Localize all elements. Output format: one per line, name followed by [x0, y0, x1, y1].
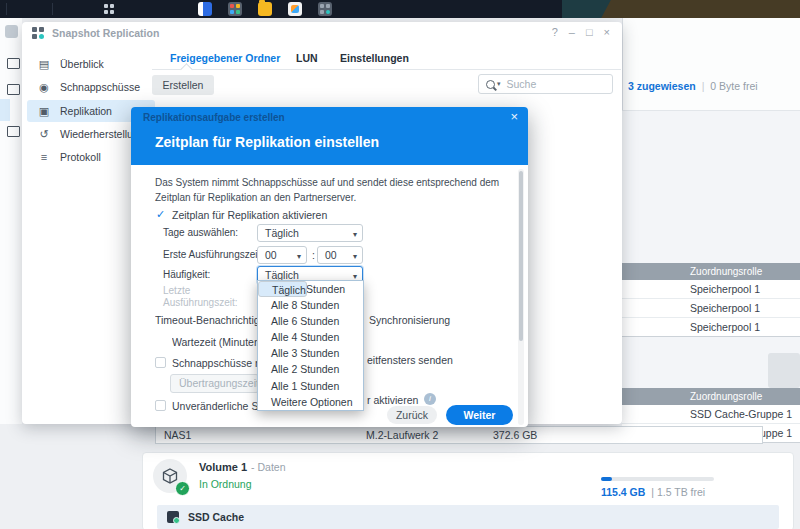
first-run-time-label: Erste Ausführungszeit:: [163, 249, 263, 260]
frequency-dropdown-menu: Täglich Alle 12 Stunden Alle 8 Stunden A…: [257, 280, 364, 411]
table-header-assignment-role: Zuordnungsrolle: [622, 388, 800, 405]
menu-item-every-1h[interactable]: Alle 1 Stunden: [258, 378, 363, 394]
tab-lun[interactable]: LUN: [296, 52, 318, 64]
close-icon[interactable]: ×: [510, 110, 518, 123]
taskbar-separator: [52, 3, 53, 15]
background-content-panel: [622, 18, 800, 110]
back-button[interactable]: Zurück: [387, 406, 437, 424]
taskbar: [0, 0, 800, 18]
volume-usage-bar: [601, 477, 714, 481]
menu-item-more-options[interactable]: Weitere Optionen: [258, 394, 363, 410]
device-name: NAS1: [164, 429, 191, 441]
menu-item-every-8h[interactable]: Alle 8 Stunden: [258, 297, 363, 313]
active-tab-notch: [180, 63, 193, 76]
menu-item-daily[interactable]: Täglich: [258, 281, 307, 297]
info-icon[interactable]: i: [424, 393, 436, 405]
divider: |: [702, 80, 705, 92]
search-placeholder: Suche: [507, 78, 537, 90]
search-input[interactable]: ▾ Suche: [478, 74, 613, 94]
free-bytes: 0 Byte frei: [710, 80, 757, 92]
background-sidebar-icon: [7, 58, 20, 69]
device-drive: M.2-Laufwerk 2: [366, 429, 438, 441]
table-row: Speicherpool 1: [622, 299, 800, 318]
minimize-button[interactable]: –: [569, 26, 575, 38]
volume-status: In Ordnung: [199, 478, 252, 490]
device-size: 372.6 GB: [493, 429, 537, 441]
list-icon: ≡: [37, 151, 51, 163]
volume-usage-fill: [601, 477, 612, 481]
ssd-cache-icon: [167, 511, 179, 523]
search-icon: [486, 80, 495, 89]
dialog-step-title: Zeitplan für Replikation einstellen: [155, 134, 379, 150]
immutable-label: Unveränderliche Sch: [172, 400, 259, 412]
volume-used: 115.4 GB: [601, 486, 645, 498]
chevron-down-icon: ▾: [353, 227, 357, 243]
hour-select[interactable]: 00 ▾: [257, 246, 307, 264]
maximize-button[interactable]: □: [586, 26, 593, 38]
photos-icon[interactable]: [288, 2, 302, 16]
close-button[interactable]: ×: [604, 26, 610, 38]
table-header-assignment-role: Zuordnungsrolle: [622, 263, 800, 280]
sidebar-item-snapshots[interactable]: ◉ Schnappschüsse: [27, 76, 155, 98]
background-sidebar-active-highlight: [0, 99, 10, 121]
apps-grid-icon[interactable]: [104, 4, 115, 15]
enable-schedule-checkbox[interactable]: ✓: [156, 208, 165, 221]
create-button[interactable]: Erstellen: [152, 75, 214, 95]
volume-description: - Daten: [251, 461, 285, 473]
immutable-checkbox[interactable]: [155, 400, 166, 411]
menu-item-every-3h[interactable]: Alle 3 Stunden: [258, 345, 363, 361]
help-button[interactable]: ?: [552, 26, 558, 38]
last-run-label-line1: Letzte: [163, 285, 190, 296]
tab-settings[interactable]: Einstellungen: [340, 52, 409, 64]
background-window-app-icon: [5, 25, 18, 38]
package-icon[interactable]: [198, 2, 212, 16]
snapshot-replication-icon[interactable]: [318, 2, 332, 16]
background-subpanel: [622, 110, 800, 264]
snapshot-replication-app-icon: [32, 27, 44, 39]
table-row: SSD Cache-Gruppe 1: [622, 405, 800, 424]
device-table-row: NAS1 M.2-Laufwerk 2 372.6 GB: [155, 426, 763, 444]
tab-separator: [152, 69, 621, 70]
menu-item-every-4h[interactable]: Alle 4 Stunden: [258, 329, 363, 345]
snapshots-only-label: Schnappschüsse nu: [172, 357, 259, 369]
snapshot-icon[interactable]: [228, 2, 242, 16]
volume-title: Volume 1- Daten: [199, 461, 286, 473]
sidebar-item-overview[interactable]: ▤ Überblick: [27, 53, 155, 75]
chevron-down-icon[interactable]: ▾: [497, 80, 501, 88]
sync-text-fragment: Synchronisierung: [369, 314, 450, 326]
dialog-scrollbar-thumb[interactable]: [519, 171, 523, 341]
dialog-description: Das System nimmt Schnappschüsse auf und …: [155, 175, 519, 205]
menu-item-every-6h[interactable]: Alle 6 Stunden: [258, 313, 363, 329]
overview-icon: ▤: [37, 58, 51, 71]
enable-schedule-label: Zeitplan für Replikation aktivieren: [172, 209, 327, 221]
days-select[interactable]: Täglich ▾: [257, 224, 363, 242]
transfer-window-button: Übertragungszeit: [170, 374, 259, 393]
taskbar-dark-area: [0, 0, 562, 18]
table-row: Speicherpool 1: [622, 280, 800, 299]
drive-image: [768, 353, 800, 388]
minute-select[interactable]: 00 ▾: [317, 246, 363, 264]
ssd-cache-label: SSD Cache: [188, 511, 244, 523]
timeout-label: Timeout-Benachrichtigu: [155, 314, 259, 326]
ssd-cache-section: SSD Cache: [157, 505, 779, 529]
replication-icon: ▣: [37, 105, 51, 118]
volume-name: Volume 1: [199, 461, 247, 473]
frequency-label: Häufigkeit:: [163, 269, 210, 280]
healthy-check-badge: ✓: [175, 481, 190, 496]
table-row: Speicherpool 1: [622, 318, 800, 337]
dialog-header: Replikationsaufgabe erstellen × Zeitplan…: [131, 107, 528, 165]
window-controls: ? – □ ×: [552, 26, 610, 38]
last-run-label-line2: Ausführungszeit:: [163, 297, 238, 308]
next-button[interactable]: Weiter: [446, 405, 513, 425]
volume-free: | 1.5 TB frei: [651, 486, 705, 498]
snapshots-only-checkbox[interactable]: [155, 357, 166, 368]
restore-clock-icon: ↺: [37, 128, 51, 141]
chevron-down-icon: ▾: [297, 249, 301, 265]
dialog-titlebar-title: Replikationsaufgabe erstellen: [143, 112, 285, 123]
camera-icon: ◉: [37, 81, 51, 94]
folder-icon[interactable]: [258, 2, 272, 16]
menu-item-every-2h[interactable]: Alle 2 Stunden: [258, 361, 363, 377]
background-sidebar-icon: [7, 126, 20, 137]
window-title: Snapshot Replication: [52, 27, 159, 39]
activate-text-fragment: r aktivieren: [367, 394, 418, 406]
